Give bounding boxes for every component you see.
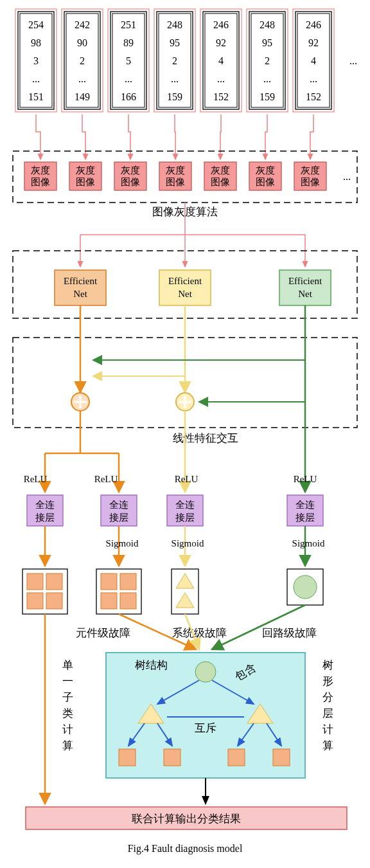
col-val: 246 (306, 19, 321, 30)
col-val: 149 (75, 91, 90, 102)
col-val: 2 (80, 55, 85, 66)
svg-text:接层: 接层 (35, 512, 55, 523)
svg-text:一: 一 (62, 675, 73, 687)
col-val: 98 (31, 37, 41, 48)
svg-text:Efficient: Efficient (64, 276, 98, 286)
svg-text:全连: 全连 (35, 500, 55, 510)
svg-text:形: 形 (322, 675, 333, 687)
col-val: 166 (121, 91, 136, 102)
svg-rect-106 (164, 749, 181, 766)
svg-rect-82 (27, 593, 43, 609)
col-val: 246 (213, 19, 229, 30)
col-val: 89 (123, 37, 134, 48)
col-val: ... (78, 73, 86, 84)
svg-text:类: 类 (62, 707, 73, 719)
col-val: 4 (311, 55, 316, 66)
col-val: ... (125, 73, 132, 84)
col-val: 2 (172, 55, 177, 66)
svg-text:灰度: 灰度 (121, 165, 140, 176)
svg-text:算: 算 (322, 739, 333, 752)
svg-text:接层: 接层 (175, 512, 195, 523)
col-val: 254 (28, 19, 44, 30)
svg-text:图像: 图像 (256, 177, 275, 187)
col-val: ... (171, 73, 179, 84)
svg-text:接层: 接层 (109, 512, 128, 523)
relu-4: ReLU (294, 474, 317, 484)
sigmoid-2: Sigmoid (172, 538, 204, 548)
svg-text:图像: 图像 (31, 177, 50, 187)
fault-system-label: 系统级故障 (172, 627, 227, 639)
svg-rect-83 (46, 593, 62, 609)
fault-component-label: 元件级故障 (76, 627, 130, 639)
svg-text:接层: 接层 (295, 512, 315, 523)
svg-text:灰度: 灰度 (166, 165, 185, 176)
system-output (172, 569, 198, 614)
svg-text:灰度: 灰度 (76, 165, 95, 176)
column-arrows (36, 114, 313, 159)
col-val: 92 (308, 37, 319, 48)
svg-rect-86 (120, 574, 136, 590)
col-val: 159 (167, 91, 182, 102)
col-val: 3 (33, 55, 39, 66)
col-val: 95 (170, 37, 180, 48)
svg-text:灰度: 灰度 (256, 165, 275, 176)
svg-rect-81 (46, 574, 62, 590)
svg-text:子: 子 (62, 691, 73, 703)
tree-root (195, 662, 216, 682)
col-val: ... (263, 73, 271, 84)
col-val: 152 (306, 91, 321, 102)
svg-text:Efficient: Efficient (168, 276, 202, 286)
col-val: 90 (77, 37, 87, 48)
svg-text:全连: 全连 (109, 500, 128, 510)
circuit-output (287, 569, 323, 605)
col-val: 251 (121, 19, 136, 30)
col-val: 242 (75, 19, 90, 30)
svg-text:算: 算 (62, 739, 73, 752)
fault-circuit-label: 回路级故障 (262, 627, 317, 639)
col-val: 248 (260, 19, 275, 30)
col-val: 5 (126, 55, 131, 66)
svg-point-93 (294, 575, 317, 599)
tree-calc-vertical: 树 形 分 层 计 算 (322, 659, 333, 752)
ellipsis-top: ... (349, 55, 357, 66)
svg-text:Efficient: Efficient (288, 276, 322, 286)
col-val: ... (32, 73, 40, 84)
col-val: 151 (28, 91, 44, 102)
efficientnet-2: Efficient Net (159, 270, 211, 305)
efficientnet-1: Efficient Net (55, 270, 106, 305)
exclusive-label: 互斥 (195, 722, 216, 734)
svg-text:灰度: 灰度 (31, 165, 50, 176)
relu-1: ReLU (24, 474, 48, 484)
tree-struct-label: 树结构 (135, 659, 168, 671)
svg-rect-108 (273, 749, 290, 766)
col-val: 248 (167, 19, 182, 30)
svg-text:计: 计 (322, 723, 333, 736)
col-val: 2 (265, 55, 270, 66)
svg-rect-105 (119, 749, 136, 766)
svg-rect-107 (228, 749, 245, 766)
svg-text:图像: 图像 (211, 177, 230, 187)
col-val: 152 (213, 91, 229, 102)
col-val: 159 (260, 91, 275, 102)
col-val: ... (217, 73, 225, 84)
svg-text:Net: Net (73, 289, 87, 299)
svg-text:灰度: 灰度 (211, 165, 230, 176)
data-columns: 254983...151242902...149251895...1662489… (15, 9, 357, 112)
svg-text:计: 计 (62, 723, 73, 736)
svg-text:图像: 图像 (301, 177, 320, 187)
sigmoid-1: Sigmoid (106, 538, 139, 548)
svg-text:全连: 全连 (295, 500, 315, 510)
joint-output-label: 联合计算输出分类结果 (132, 813, 241, 825)
svg-rect-88 (120, 593, 136, 609)
svg-rect-85 (101, 574, 117, 590)
fc-layers: 全连接层全连接层全连接层全连接层 (27, 495, 323, 526)
svg-text:分: 分 (322, 691, 333, 703)
col-val: 95 (262, 37, 272, 48)
svg-text:层: 层 (322, 707, 333, 719)
svg-text:图像: 图像 (76, 177, 95, 187)
svg-rect-87 (101, 593, 117, 609)
ellipsis-gray: ... (343, 171, 351, 182)
svg-text:单: 单 (62, 659, 73, 671)
plus-node-2 (176, 393, 194, 411)
svg-text:图像: 图像 (166, 177, 185, 187)
